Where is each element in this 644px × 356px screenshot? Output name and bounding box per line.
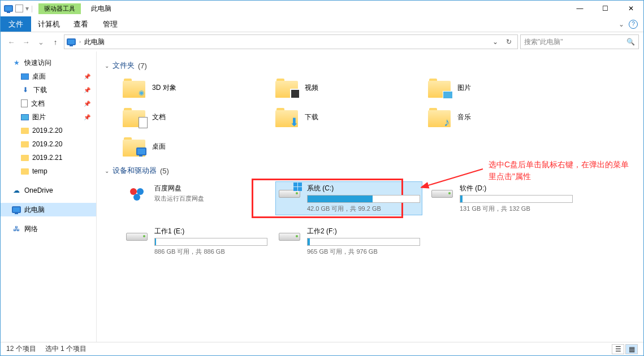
sidebar-label: 图片 [32,112,46,122]
sidebar-label: 2019.2.20 [32,127,62,134]
details-view-button[interactable]: ☰ [612,344,624,354]
back-button[interactable]: ← [5,36,18,48]
qat-btn[interactable]: ▾ [25,5,29,12]
picture-icon [21,114,29,120]
star-icon: ★ [12,58,21,67]
manage-tab[interactable]: 管理 [95,16,126,32]
windows-icon [293,183,302,192]
file-tab[interactable]: 文件 [1,16,31,32]
maximize-button[interactable]: ☐ [593,1,618,16]
sidebar-label: OneDrive [24,186,53,194]
sidebar-network[interactable]: 🖧 网络 [1,222,96,236]
folder-documents[interactable]: 文档 [123,106,270,128]
drive-baidu[interactable]: 百度网盘 双击运行百度网盘 [123,181,270,215]
baidu-icon [125,184,149,204]
sidebar-onedrive[interactable]: ☁ OneDrive [1,184,96,197]
svg-point-2 [137,188,144,195]
folder-music[interactable]: ♪ 音乐 [428,106,575,128]
folder-icon [275,77,299,98]
folder-label: 桌面 [152,142,166,151]
search-input[interactable]: 搜索"此电脑" 🔍 [520,34,639,49]
context-tab-group: 驱动器工具 [38,3,81,14]
titlebar: ▾ | 驱动器工具 此电脑 — ☐ ✕ [1,1,643,16]
folder-downloads[interactable]: ⬇ 下载 [275,106,422,128]
sidebar-item-folder[interactable]: 2019.2.20 [1,124,96,137]
address-dropdown[interactable]: ⌄ [489,36,502,48]
drive-icon [430,184,454,204]
svg-point-3 [133,194,140,201]
folder-icon [21,141,29,147]
sidebar-item-folder[interactable]: temp [1,164,96,178]
drive-usage-bar [307,195,420,203]
icons-view-button[interactable]: ▦ [625,344,638,354]
forward-button[interactable]: → [20,36,32,48]
folder-label: 视频 [305,83,318,93]
drive-space: 965 GB 可用，共 976 GB [307,248,420,256]
folder-3d-objects[interactable]: ◉ 3D 对象 [123,76,270,99]
sidebar-item-documents[interactable]: 文档 📌 [1,97,96,110]
chevron-right-icon[interactable]: › [79,39,81,45]
drive-f[interactable]: 工作2 (F:) 965 GB 可用，共 976 GB [275,224,422,258]
ribbon-expand-icon[interactable]: ⌄ [619,20,624,28]
sidebar-item-downloads[interactable]: ⬇ 下载 📌 [1,83,96,97]
sidebar-label: 此电脑 [24,205,45,215]
sidebar-thispc[interactable]: 此电脑 [1,203,96,216]
recent-dropdown[interactable]: ⌄ [34,36,47,48]
folder-icon [123,107,146,127]
folder-icon [21,155,29,161]
svg-point-1 [130,188,137,195]
sidebar-item-folder[interactable]: 2019.2.21 [1,151,96,164]
sidebar-label: 文档 [31,99,45,108]
drive-name: 系统 (C:) [307,184,420,193]
sidebar-label: 快速访问 [24,58,51,68]
drive-usage-bar [460,195,573,203]
sidebar-label: 2019.2.20 [32,140,62,148]
folder-label: 3D 对象 [152,83,176,93]
folder-desktop[interactable]: 桌面 [123,135,270,158]
sidebar-item-pictures[interactable]: 图片 📌 [1,110,96,124]
sidebar-item-folder[interactable]: 2019.2.20 [1,137,96,151]
annotation-text: 选中C盘后单击鼠标右键，在弹出的菜单里点击"属性 [489,159,636,183]
view-tab[interactable]: 查看 [67,16,95,32]
drive-usage-bar [154,238,267,246]
search-placeholder: 搜索"此电脑" [524,37,563,47]
qat-sep: | [31,5,33,12]
group-label: 文件夹 [113,60,135,71]
sidebar-item-desktop[interactable]: 桌面 📌 [1,70,96,83]
drive-space: 131 GB 可用，共 132 GB [460,205,573,213]
address-bar[interactable]: › 此电脑 ⌄ ↻ [64,34,518,49]
svg-rect-6 [293,187,297,191]
folder-pictures[interactable]: 图片 [428,76,575,99]
refresh-button[interactable]: ↻ [503,36,515,48]
group-count: (5) [160,167,169,175]
folder-videos[interactable]: 视频 [275,76,422,99]
drive-e[interactable]: 工作1 (E:) 886 GB 可用，共 886 GB [123,224,270,258]
help-icon[interactable]: ? [629,20,638,29]
svg-rect-4 [293,183,297,186]
breadcrumb-root[interactable]: 此电脑 [84,37,105,47]
sidebar-label: 下载 [33,85,47,95]
statusbar: 12 个项目 选中 1 个项目 ☰ ▦ [1,342,643,355]
folder-label: 图片 [457,83,471,93]
drive-c[interactable]: 系统 (C:) 42.0 GB 可用，共 99.2 GB [275,181,422,215]
folder-label: 下载 [305,112,318,122]
window-title: 此电脑 [91,4,111,14]
qat-btn[interactable] [15,5,23,12]
drive-space: 886 GB 可用，共 886 GB [154,248,267,256]
drive-icon [278,184,301,204]
content-area: ⌄ 文件夹 (7) ◉ 3D 对象 视频 图片 文档 ⬇ 下载 [97,51,643,342]
network-icon: 🖧 [12,224,21,233]
folder-label: 音乐 [457,112,471,122]
computer-tab[interactable]: 计算机 [31,16,67,32]
svg-rect-7 [298,187,302,191]
up-button[interactable]: ↑ [49,36,62,48]
drive-d[interactable]: 软件 (D:) 131 GB 可用，共 132 GB [428,181,575,215]
minimize-button[interactable]: — [567,1,593,16]
folder-icon [428,77,452,98]
group-folders-header[interactable]: ⌄ 文件夹 (7) [105,60,636,71]
ribbon: 文件 计算机 查看 管理 ⌄ ? [1,16,643,32]
search-icon[interactable]: 🔍 [626,38,635,46]
close-button[interactable]: ✕ [618,1,643,16]
sidebar-quick-access[interactable]: ★ 快速访问 [1,56,96,70]
drive-sub: 双击运行百度网盘 [154,194,267,203]
